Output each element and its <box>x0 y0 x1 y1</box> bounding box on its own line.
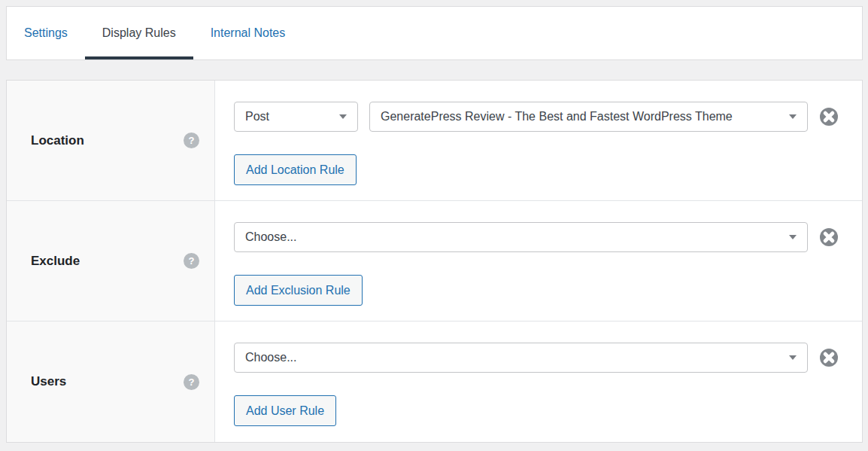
rule-row-location: Location ? Post GeneratePress Review - T… <box>7 81 862 201</box>
location-rule-line: Post GeneratePress Review - The Best and… <box>234 102 839 132</box>
tab-internal-notes[interactable]: Internal Notes <box>193 7 303 59</box>
remove-rule-icon[interactable] <box>819 107 839 126</box>
chevron-down-icon <box>789 355 797 360</box>
users-rule-line: Choose... <box>234 343 839 373</box>
exclude-rule-content: Choose... Add Exclusion Rule <box>215 201 862 321</box>
exclude-choose-select-value: Choose... <box>245 230 296 244</box>
add-exclusion-rule-button[interactable]: Add Exclusion Rule <box>234 275 363 306</box>
tab-settings[interactable]: Settings <box>7 7 85 59</box>
exclude-label: Exclude <box>31 254 80 269</box>
question-mark-icon[interactable]: ? <box>184 253 199 269</box>
location-type-select-value: Post <box>245 110 269 123</box>
tab-display-rules[interactable]: Display Rules <box>85 7 193 59</box>
remove-rule-icon[interactable] <box>819 227 839 247</box>
remove-rule-icon[interactable] <box>819 348 839 367</box>
question-mark-icon[interactable]: ? <box>184 133 199 148</box>
users-label: Users <box>31 374 66 389</box>
chevron-down-icon <box>789 114 797 119</box>
location-label: Location <box>31 133 84 148</box>
add-location-rule-button[interactable]: Add Location Rule <box>234 154 357 185</box>
users-label-cell: Users ? <box>7 321 215 442</box>
exclude-choose-select[interactable]: Choose... <box>234 222 808 252</box>
location-label-cell: Location ? <box>7 81 215 200</box>
location-item-select[interactable]: GeneratePress Review - The Best and Fast… <box>369 102 808 132</box>
location-rule-content: Post GeneratePress Review - The Best and… <box>215 81 862 200</box>
users-rule-content: Choose... Add User Rule <box>215 321 862 442</box>
chevron-down-icon <box>789 235 797 239</box>
users-choose-select-value: Choose... <box>245 351 296 364</box>
add-user-rule-button[interactable]: Add User Rule <box>234 395 336 426</box>
exclude-label-cell: Exclude ? <box>7 201 215 321</box>
users-choose-select[interactable]: Choose... <box>234 343 808 373</box>
rule-row-users: Users ? Choose... Add User Rule <box>7 321 862 442</box>
display-rules-panel: Location ? Post GeneratePress Review - T… <box>6 80 863 443</box>
tab-bar: Settings Display Rules Internal Notes <box>6 6 863 60</box>
rule-row-exclude: Exclude ? Choose... Add Exclusion Rule <box>7 201 862 321</box>
location-type-select[interactable]: Post <box>234 102 358 132</box>
location-item-select-value: GeneratePress Review - The Best and Fast… <box>381 110 733 123</box>
chevron-down-icon <box>339 114 347 119</box>
question-mark-icon[interactable]: ? <box>184 374 199 390</box>
exclude-rule-line: Choose... <box>234 222 839 252</box>
